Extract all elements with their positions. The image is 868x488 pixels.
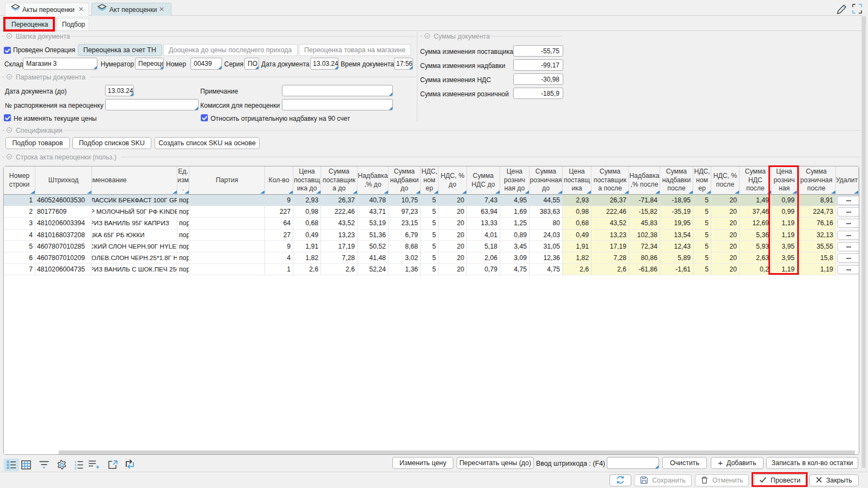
svg-text:3: 3: [75, 467, 77, 470]
